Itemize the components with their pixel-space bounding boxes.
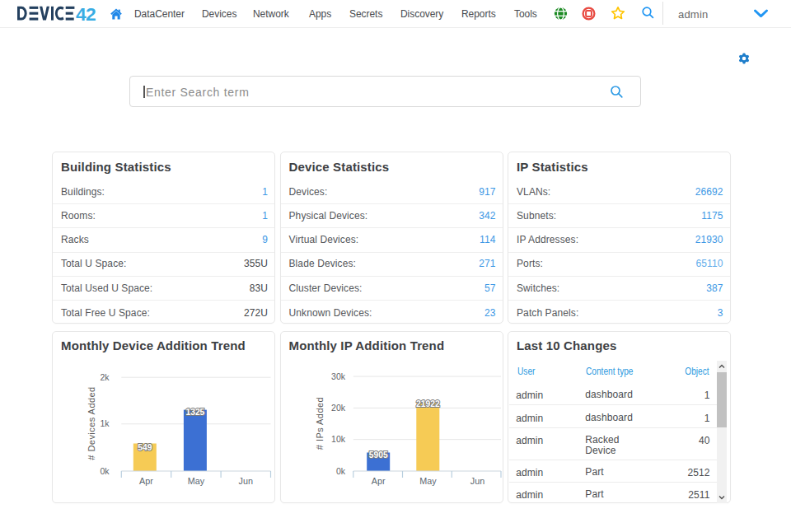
svg-text:Apr: Apr (371, 476, 385, 486)
svg-text:May: May (419, 476, 437, 486)
svg-text:# Devices Added: # Devices Added (87, 386, 96, 460)
svg-text:Jun: Jun (239, 476, 253, 486)
svg-text:0k: 0k (100, 465, 110, 475)
svg-text:# IPs Added: # IPs Added (314, 396, 324, 449)
svg-text:1k: 1k (100, 418, 110, 428)
svg-text:42: 42 (76, 3, 96, 25)
svg-text:0k: 0k (335, 465, 345, 475)
svg-text:20k: 20k (331, 403, 346, 413)
svg-text:2k: 2k (100, 371, 110, 381)
svg-text:1325: 1325 (185, 408, 204, 417)
svg-text:May: May (188, 476, 205, 486)
svg-text:Jun: Jun (470, 476, 484, 486)
svg-text:Apr: Apr (139, 476, 153, 486)
svg-text:21922: 21922 (415, 399, 439, 408)
svg-text:5905: 5905 (368, 450, 387, 459)
svg-text:549: 549 (138, 442, 152, 451)
svg-text:10k: 10k (331, 434, 346, 444)
svg-text:30k: 30k (331, 371, 346, 380)
